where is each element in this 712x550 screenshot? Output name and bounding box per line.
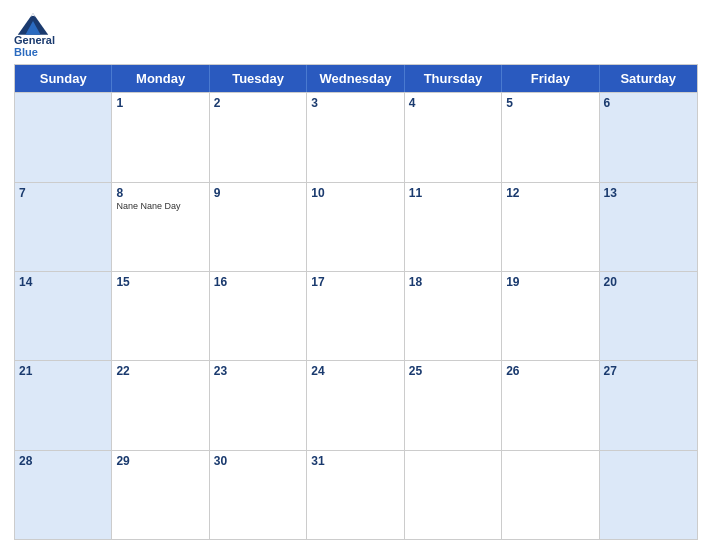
day-cell: 9 xyxy=(210,183,307,271)
day-cell: 16 xyxy=(210,272,307,360)
day-number: 5 xyxy=(506,96,594,110)
day-number: 15 xyxy=(116,275,204,289)
day-number: 23 xyxy=(214,364,302,378)
logo-text-general: General xyxy=(14,34,55,46)
day-cell: 14 xyxy=(15,272,112,360)
page-header: General Blue xyxy=(14,10,698,58)
day-number: 21 xyxy=(19,364,107,378)
day-number: 22 xyxy=(116,364,204,378)
day-number: 19 xyxy=(506,275,594,289)
day-cell: 4 xyxy=(405,93,502,181)
day-cell xyxy=(15,93,112,181)
day-number: 17 xyxy=(311,275,399,289)
day-header-friday: Friday xyxy=(502,65,599,92)
day-number: 1 xyxy=(116,96,204,110)
week-row-4: 28293031 xyxy=(15,450,697,539)
week-row-3: 21222324252627 xyxy=(15,360,697,449)
day-cell: 1 xyxy=(112,93,209,181)
day-number: 20 xyxy=(604,275,693,289)
day-cell: 25 xyxy=(405,361,502,449)
day-cell: 30 xyxy=(210,451,307,539)
day-number: 30 xyxy=(214,454,302,468)
day-cell: 24 xyxy=(307,361,404,449)
day-cell: 29 xyxy=(112,451,209,539)
day-number: 9 xyxy=(214,186,302,200)
day-cell xyxy=(405,451,502,539)
day-number: 8 xyxy=(116,186,204,200)
day-number: 4 xyxy=(409,96,497,110)
logo-text-blue: Blue xyxy=(14,46,38,58)
day-number: 14 xyxy=(19,275,107,289)
day-header-monday: Monday xyxy=(112,65,209,92)
day-number: 26 xyxy=(506,364,594,378)
day-cell: 10 xyxy=(307,183,404,271)
day-cell: 19 xyxy=(502,272,599,360)
day-cell: 27 xyxy=(600,361,697,449)
day-cell: 7 xyxy=(15,183,112,271)
day-number: 13 xyxy=(604,186,693,200)
day-header-saturday: Saturday xyxy=(600,65,697,92)
day-cell: 28 xyxy=(15,451,112,539)
weeks-container: 12345678Nane Nane Day9101112131415161718… xyxy=(15,92,697,539)
day-cell xyxy=(600,451,697,539)
day-header-sunday: Sunday xyxy=(15,65,112,92)
day-cell: 5 xyxy=(502,93,599,181)
week-row-0: 123456 xyxy=(15,92,697,181)
day-cell: 11 xyxy=(405,183,502,271)
day-cell: 15 xyxy=(112,272,209,360)
day-number: 16 xyxy=(214,275,302,289)
day-cell: 23 xyxy=(210,361,307,449)
day-cell: 2 xyxy=(210,93,307,181)
week-row-2: 14151617181920 xyxy=(15,271,697,360)
day-number: 12 xyxy=(506,186,594,200)
day-number: 28 xyxy=(19,454,107,468)
day-cell: 18 xyxy=(405,272,502,360)
day-number: 7 xyxy=(19,186,107,200)
calendar-page: General Blue SundayMondayTuesdayWednesda… xyxy=(0,0,712,550)
day-number: 2 xyxy=(214,96,302,110)
day-number: 31 xyxy=(311,454,399,468)
day-cell: 12 xyxy=(502,183,599,271)
day-header-tuesday: Tuesday xyxy=(210,65,307,92)
week-row-1: 78Nane Nane Day910111213 xyxy=(15,182,697,271)
day-number: 6 xyxy=(604,96,693,110)
day-number: 25 xyxy=(409,364,497,378)
day-cell: 31 xyxy=(307,451,404,539)
day-cell: 17 xyxy=(307,272,404,360)
day-cell: 22 xyxy=(112,361,209,449)
day-header-wednesday: Wednesday xyxy=(307,65,404,92)
day-cell: 6 xyxy=(600,93,697,181)
calendar-grid: SundayMondayTuesdayWednesdayThursdayFrid… xyxy=(14,64,698,540)
day-cell: 20 xyxy=(600,272,697,360)
day-cell: 21 xyxy=(15,361,112,449)
day-cell: 13 xyxy=(600,183,697,271)
holiday-label: Nane Nane Day xyxy=(116,201,204,212)
day-number: 11 xyxy=(409,186,497,200)
day-header-thursday: Thursday xyxy=(405,65,502,92)
day-number: 27 xyxy=(604,364,693,378)
day-number: 29 xyxy=(116,454,204,468)
day-headers-row: SundayMondayTuesdayWednesdayThursdayFrid… xyxy=(15,65,697,92)
day-number: 24 xyxy=(311,364,399,378)
day-cell: 26 xyxy=(502,361,599,449)
day-cell: 8Nane Nane Day xyxy=(112,183,209,271)
day-number: 18 xyxy=(409,275,497,289)
day-number: 3 xyxy=(311,96,399,110)
day-cell: 3 xyxy=(307,93,404,181)
day-number: 10 xyxy=(311,186,399,200)
day-cell xyxy=(502,451,599,539)
logo: General Blue xyxy=(14,10,55,58)
